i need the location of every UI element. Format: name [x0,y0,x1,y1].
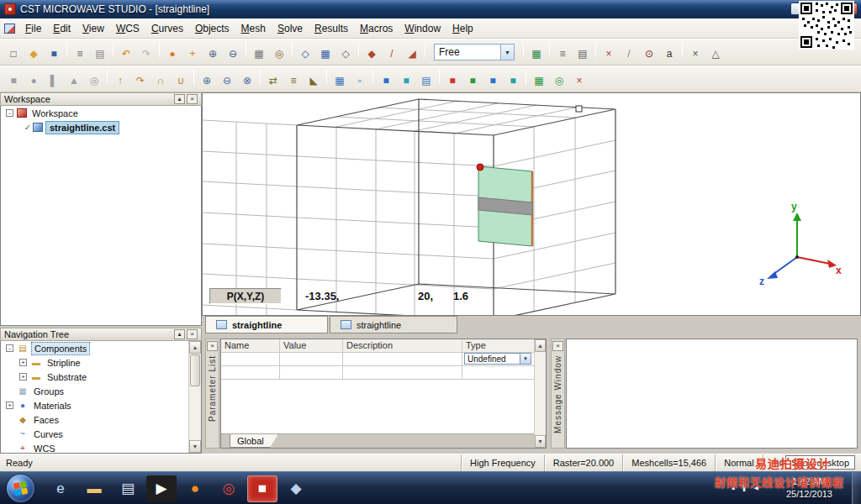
column-value[interactable]: Value [280,339,343,353]
farfield-globe-icon[interactable]: ◎ [550,72,568,89]
selection-frame-icon[interactable]: ▦ [250,45,268,62]
snap-grid-icon[interactable]: ▦ [316,45,335,62]
cst-design-studio-icon[interactable]: ◆ [281,475,311,502]
chrome-icon[interactable]: ◎ [214,475,244,502]
description-cell[interactable] [343,353,462,366]
tree-expander[interactable]: + [6,402,13,409]
tree-item-components[interactable]: -▤Components [1,341,188,355]
scroll-down-icon[interactable]: ▼ [189,440,201,453]
probe-needle-icon[interactable]: / [620,45,638,62]
workspace-file-item[interactable]: ✓ straightline.cst [1,120,201,134]
pick-edge-icon[interactable]: / [383,45,401,62]
menu-help[interactable]: Help [446,20,479,37]
working-plane-icon[interactable]: ◇ [296,45,314,62]
start-button[interactable] [7,475,34,502]
sphere-primitive-icon[interactable]: ● [24,72,43,89]
menu-file[interactable]: File [19,20,47,37]
free-mode-dropdown[interactable]: Free ▼ [434,44,515,60]
menu-mesh[interactable]: Mesh [235,20,272,37]
tree-item-groups[interactable]: ▦Groups [1,384,188,398]
tree-item-materials[interactable]: +●Materials [1,398,188,412]
tree-expander[interactable]: + [19,373,27,381]
name-cell[interactable] [221,353,280,366]
title-bar[interactable]: CST MICROWAVE STUDIO - [straightline] – … [0,0,861,18]
menu-solve[interactable]: Solve [272,20,309,37]
copy-screen-icon[interactable]: ▤ [91,45,109,62]
menu-window[interactable]: Window [399,20,446,37]
parameter-new-row[interactable]: Undefined ▼ [221,353,546,366]
tv-player-icon[interactable]: ▶ [146,475,177,502]
transform-tool-icon[interactable]: ⇄ [264,72,283,89]
workspace-panel-header[interactable]: Workspace ▴ × [0,92,202,106]
macro-scissors-icon[interactable]: × [600,45,618,62]
pick-point-icon[interactable]: ◆ [362,45,381,62]
move-crosshair-icon[interactable]: + [183,45,202,62]
panel-close-icon[interactable]: × [552,341,563,351]
parameter-scrollbar[interactable]: ▲ ▼ [534,339,546,448]
undo-icon[interactable]: ↶ [117,45,135,62]
tree-expander[interactable]: - [6,109,13,117]
background-material-icon[interactable]: ■ [397,72,415,89]
loft-tool-icon[interactable]: ∩ [151,72,170,89]
parameter-list-strip[interactable]: × Parameter List [205,339,219,449]
media-player-icon[interactable]: ● [180,475,210,502]
group-manager-icon[interactable]: ▦ [530,72,548,89]
print-icon[interactable]: ≡ [71,45,89,62]
scroll-up-icon[interactable]: ▲ [535,339,546,352]
cst-studio-icon[interactable]: ■ [247,475,277,502]
scroll-up-icon[interactable]: ▲ [189,341,201,354]
new-component-teal-icon[interactable]: ■ [504,72,522,89]
zoom-in-icon[interactable]: ⊕ [203,45,222,62]
chamfer-tool-icon[interactable]: ◣ [304,72,323,89]
panel-close-icon[interactable]: × [187,329,198,339]
tree-item-stripline[interactable]: +▬Stripline [1,355,188,370]
align-tool-icon[interactable]: ≡ [284,72,303,89]
menu-macros[interactable]: Macros [354,20,399,37]
dropdown-arrow-icon[interactable]: ▼ [520,354,531,364]
panel-close-icon[interactable]: × [187,94,198,104]
tab-straightline-2[interactable]: straightline [330,316,457,333]
menu-view[interactable]: View [77,20,110,37]
render-globe-icon[interactable]: ◎ [270,45,288,62]
3d-viewport[interactable]: y x z P(X,Y,Z) -13.35, 20, 1.6 [202,92,861,316]
tree-item-substrate[interactable]: +▬Substrate [1,370,188,384]
local-mesh-icon[interactable]: ▫ [351,72,369,89]
new-component-green-icon[interactable]: ■ [463,72,482,89]
windows-explorer-icon[interactable]: ▬ [79,475,109,502]
scrollbar-thumb[interactable] [190,354,200,386]
torus-primitive-icon[interactable]: ◎ [85,72,103,89]
cutting-plane-icon[interactable]: × [570,72,589,89]
menu-curves[interactable]: Curves [145,20,189,37]
scroll-down-icon[interactable]: ▼ [535,435,546,448]
boolean-add-icon[interactable]: ⊕ [198,72,216,89]
optimizer-icon[interactable]: △ [706,45,725,62]
media-library-icon[interactable]: ▤ [113,475,143,502]
new-project-icon[interactable]: □ [4,45,23,62]
menu-objects[interactable]: Objects [189,20,235,37]
pick-point-marker[interactable] [477,164,483,171]
pick-face-icon[interactable]: ◢ [403,45,421,62]
panel-collapse-icon[interactable]: ▴ [174,94,185,104]
boolean-intersect-icon[interactable]: ⊗ [238,72,256,89]
column-name[interactable]: Name [221,339,280,353]
dropdown-arrow-icon[interactable]: ▼ [500,45,514,60]
new-component-blue-icon[interactable]: ■ [483,72,502,89]
tree-item-curves[interactable]: ~Curves [1,427,188,441]
rotate-tool-icon[interactable]: ↷ [131,72,150,89]
render-sphere-icon[interactable]: ● [163,45,182,62]
zoom-out-icon[interactable]: ⊖ [224,45,242,62]
tree-expander[interactable]: - [6,344,13,352]
panel-collapse-icon[interactable]: ▴ [174,329,185,339]
extrude-tool-icon[interactable]: ↑ [111,72,129,89]
bend-tool-icon[interactable]: ∪ [172,72,190,89]
anchor-marker[interactable] [576,106,582,112]
open-project-icon[interactable]: ◆ [24,45,43,62]
show-desktop-button[interactable] [852,472,861,504]
mesh-properties-icon[interactable]: ▦ [527,45,546,62]
message-window-strip[interactable]: × Message Window [551,339,565,449]
type-dropdown[interactable]: Undefined ▼ [464,353,531,365]
field-monitor-icon[interactable]: ⊙ [640,45,658,62]
cone-primitive-icon[interactable]: ▲ [65,72,83,89]
cylinder-primitive-icon[interactable]: ▌ [45,72,63,89]
panel-close-icon[interactable]: × [207,341,218,351]
